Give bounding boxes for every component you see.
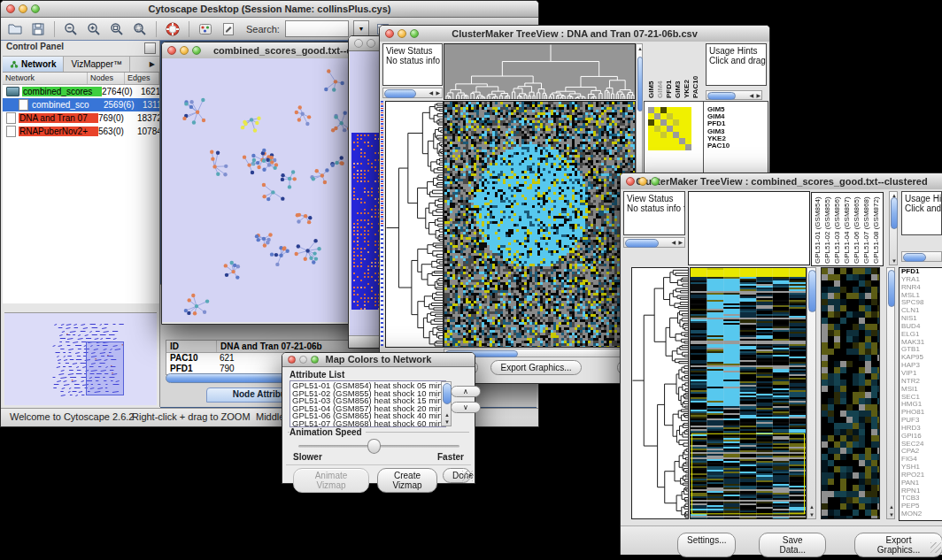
zoom-heatmap-canvas[interactable]: [821, 267, 880, 519]
save-data-button[interactable]: Save Data...: [759, 533, 826, 557]
animate-vizmap-button[interactable]: Animate Vizmap: [293, 468, 369, 493]
open-file-icon[interactable]: [6, 20, 24, 38]
close-button[interactable]: [354, 39, 363, 48]
zoom-button[interactable]: [651, 177, 660, 186]
zoom-button[interactable]: [311, 356, 319, 364]
tab-overflow-arrow[interactable]: ▶: [145, 60, 159, 68]
column-nodes[interactable]: Nodes: [88, 73, 125, 84]
attribute-list[interactable]: GPL51-01 (GSM854) heat shock 05 minGPL51…: [290, 380, 446, 427]
main-titlebar[interactable]: Cytoscape Desktop (Session Name: collins…: [1, 1, 538, 18]
labels-scrollbar[interactable]: ◀▶: [706, 90, 762, 100]
vizmap-plugin-icon[interactable]: [197, 20, 214, 38]
create-vizmap-button[interactable]: Create Vizmap: [377, 468, 437, 493]
tab-network[interactable]: Network: [3, 57, 64, 72]
folder-icon: [6, 87, 19, 96]
toolbar-separator: [156, 21, 157, 37]
view-status-box: View Status No status info f: [382, 43, 443, 86]
dense-matrix-canvas[interactable]: [351, 133, 381, 310]
resize-grip[interactable]: [462, 471, 473, 481]
dialog-titlebar[interactable]: Map Colors to Network: [282, 353, 475, 367]
column-label[interactable]: GPL51-02 (GSM855): [823, 193, 832, 264]
network-row[interactable]: combined_sco2569(6)13112(15): [3, 98, 159, 111]
close-button[interactable]: [385, 29, 394, 38]
network-row[interactable]: combined_scores2764(0)16218(0): [3, 85, 159, 98]
column-label[interactable]: GPL51-07 (GSM868): [862, 193, 871, 264]
row-dendrogram[interactable]: [631, 267, 689, 519]
column-labels-scrollbar[interactable]: ▲▼: [889, 191, 898, 265]
file-icon: [6, 112, 16, 124]
minimize-button[interactable]: [19, 4, 27, 13]
zoom-button[interactable]: [192, 46, 201, 55]
treeview1-title: ClusterMaker TreeView : DNA and Tran 07-…: [452, 28, 698, 39]
minimize-button[interactable]: [638, 177, 647, 186]
correlation-matrix[interactable]: [648, 107, 692, 151]
row-annotation-strip: [381, 101, 383, 346]
help-lifesaver-icon[interactable]: [164, 20, 181, 38]
column-label[interactable]: GPL51-04 (GSM857): [843, 193, 852, 264]
treeview1-titlebar[interactable]: ClusterMaker TreeView : DNA and Tran 07-…: [380, 26, 769, 42]
row-dendrogram[interactable]: [385, 101, 444, 348]
zoom-selected-icon[interactable]: [131, 20, 149, 38]
map-colors-dialog: Map Colors to Network Attribute List GPL…: [282, 352, 475, 484]
column-label: GIM3: [674, 45, 682, 98]
search-input[interactable]: [285, 20, 349, 37]
column-dendrogram[interactable]: [444, 43, 636, 100]
heatmap-canvas[interactable]: [690, 267, 807, 519]
treeview2-titlebar[interactable]: ClusterMaker TreeView : combined_scores_…: [621, 173, 942, 190]
treeview2-column-labels: GPL51-01 (GSM854)GPL51-02 (GSM855)GPL51-…: [811, 192, 884, 266]
view-status-title: View Status: [386, 46, 439, 56]
usage-hints-box: Usage Hi Click and: [901, 191, 942, 235]
export-graphics-button[interactable]: Export Graphics...: [490, 360, 581, 375]
minimize-button[interactable]: [398, 29, 406, 38]
row-label[interactable]: PAC10: [707, 142, 730, 150]
gene-label[interactable]: MON2: [901, 510, 942, 518]
heatmap-canvas[interactable]: [444, 101, 636, 348]
status-scrollbar[interactable]: ◀▶: [623, 237, 685, 248]
speed-slider-thumb[interactable]: [367, 439, 381, 454]
main-window-title: Cytoscape Desktop (Session Name: collins…: [149, 4, 391, 14]
zoom-out-icon[interactable]: [62, 20, 80, 38]
strip-window-scrollbar[interactable]: [349, 335, 382, 348]
settings-button[interactable]: Settings...: [677, 533, 736, 557]
minimize-button[interactable]: [180, 46, 189, 55]
resize-grip[interactable]: [930, 542, 941, 553]
float-panel-icon[interactable]: [144, 42, 156, 54]
network-row[interactable]: DNA and Tran 07769(0)183728(0): [3, 111, 159, 125]
column-network[interactable]: Network: [3, 73, 88, 84]
close-button[interactable]: [6, 4, 15, 13]
tab-vizmapper[interactable]: VizMapper™: [64, 57, 130, 72]
column-label[interactable]: GPL51-01 (GSM854): [814, 193, 822, 264]
heatmap-vscrollbar[interactable]: ▲▼: [807, 267, 816, 519]
save-icon[interactable]: [29, 20, 47, 38]
zoom-button[interactable]: [410, 29, 419, 38]
column-label[interactable]: GPL51-08 (GSM872): [872, 193, 881, 264]
close-button[interactable]: [626, 177, 635, 186]
toolbar-separator: [189, 21, 189, 37]
network-row[interactable]: RNAPuberNov2+563(0)107847(0): [3, 125, 159, 138]
column-label: GIM5: [647, 45, 655, 98]
dialog-title: Map Colors to Network: [326, 354, 432, 364]
minimize-button[interactable]: [299, 356, 307, 364]
move-up-button[interactable]: ∧: [451, 386, 481, 397]
close-button[interactable]: [167, 46, 176, 55]
zoom-fit-icon[interactable]: [108, 20, 126, 38]
annotation-plugin-icon[interactable]: [220, 20, 237, 38]
attribute-list-scrollbar[interactable]: ▲▼: [441, 381, 452, 426]
move-down-button[interactable]: ∨: [451, 402, 481, 413]
id-column-header[interactable]: ID: [166, 341, 217, 352]
column-label[interactable]: GPL51-03 (GSM856): [833, 193, 842, 264]
birdseye-view[interactable]: [4, 312, 157, 405]
minimize-button[interactable]: [367, 39, 375, 48]
column-dendrogram-area[interactable]: [688, 191, 810, 265]
zoom-vscrollbar[interactable]: ▲▼: [886, 267, 895, 519]
status-scrollbar[interactable]: ◀▶: [382, 88, 443, 98]
column-edges[interactable]: Edges: [125, 73, 159, 84]
zoom-button[interactable]: [31, 4, 40, 13]
zoom-in-icon[interactable]: [85, 20, 103, 38]
birdseye-canvas[interactable]: [4, 313, 157, 405]
close-button[interactable]: [288, 356, 296, 364]
attribute-list-item[interactable]: GPL51-07 (GSM868) heat shock 60 min: [292, 420, 444, 427]
hints-scrollbar[interactable]: [901, 251, 942, 262]
column-label[interactable]: GPL51-06 (GSM865): [853, 193, 861, 264]
export-graphics-button[interactable]: Export Graphics...: [854, 533, 942, 557]
